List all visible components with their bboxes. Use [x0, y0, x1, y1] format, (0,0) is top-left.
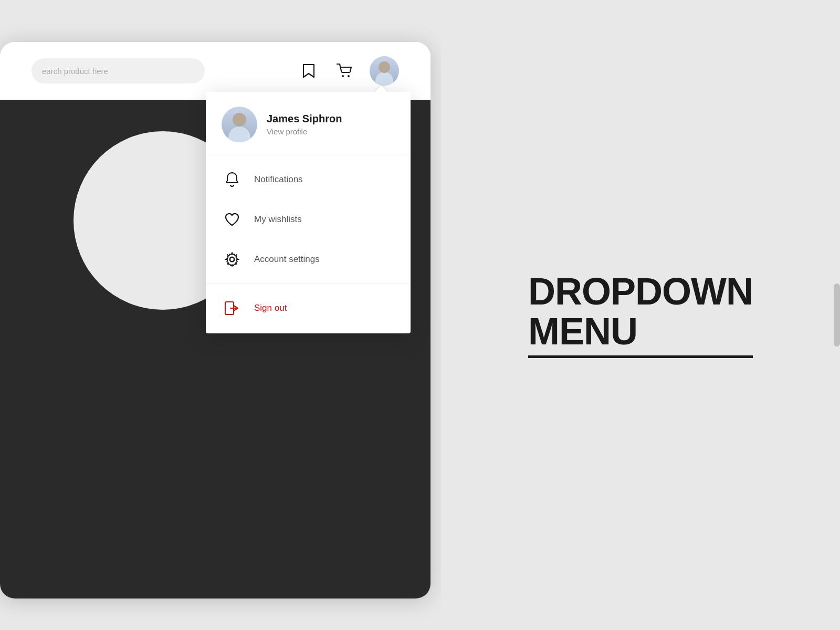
dropdown-header[interactable]: James Siphron View profile — [206, 92, 411, 155]
bookmark-button[interactable] — [298, 60, 319, 81]
label-line2: MENU — [528, 310, 637, 352]
username: James Siphron — [267, 113, 342, 125]
dropdown-avatar — [222, 107, 257, 142]
cart-button[interactable] — [334, 60, 355, 81]
label-block: DROPDOWN MENU — [528, 272, 753, 358]
sign-out-icon — [222, 298, 243, 319]
avatar-image — [370, 56, 399, 86]
avatar-button[interactable] — [370, 56, 399, 86]
user-info: James Siphron View profile — [267, 113, 342, 136]
wishlists-label: My wishlists — [254, 214, 302, 225]
svg-point-0 — [342, 75, 344, 77]
account-settings-label: Account settings — [254, 254, 320, 265]
dropdown-item-notifications[interactable]: Notifications — [206, 160, 411, 200]
gear-icon — [222, 249, 243, 270]
svg-point-2 — [232, 172, 233, 174]
svg-point-1 — [348, 75, 350, 77]
dropdown-item-account-settings[interactable]: Account settings — [206, 239, 411, 279]
nav-icons — [298, 56, 399, 86]
search-placeholder-text: earch product here — [42, 67, 108, 76]
scroll-indicator — [834, 284, 840, 346]
dropdown-item-wishlists[interactable]: My wishlists — [206, 200, 411, 239]
navbar: earch product here — [0, 42, 430, 100]
bell-icon — [222, 169, 243, 190]
sign-out-label: Sign out — [254, 303, 287, 313]
label-title: DROPDOWN MENU — [528, 272, 753, 358]
dropdown-item-sign-out[interactable]: Sign out — [206, 288, 411, 328]
label-line1: DROPDOWN — [528, 270, 753, 312]
heart-icon — [222, 209, 243, 230]
dropdown-menu: James Siphron View profile Notifications — [206, 92, 411, 333]
svg-point-4 — [230, 257, 234, 261]
notifications-label: Notifications — [254, 174, 303, 185]
search-bar[interactable]: earch product here — [32, 58, 205, 83]
device-frame: earch product here — [0, 42, 430, 598]
dropdown-divider — [206, 284, 411, 284]
view-profile-link[interactable]: View profile — [267, 127, 342, 136]
right-panel: DROPDOWN MENU — [441, 0, 840, 630]
left-panel: earch product here — [0, 0, 441, 630]
